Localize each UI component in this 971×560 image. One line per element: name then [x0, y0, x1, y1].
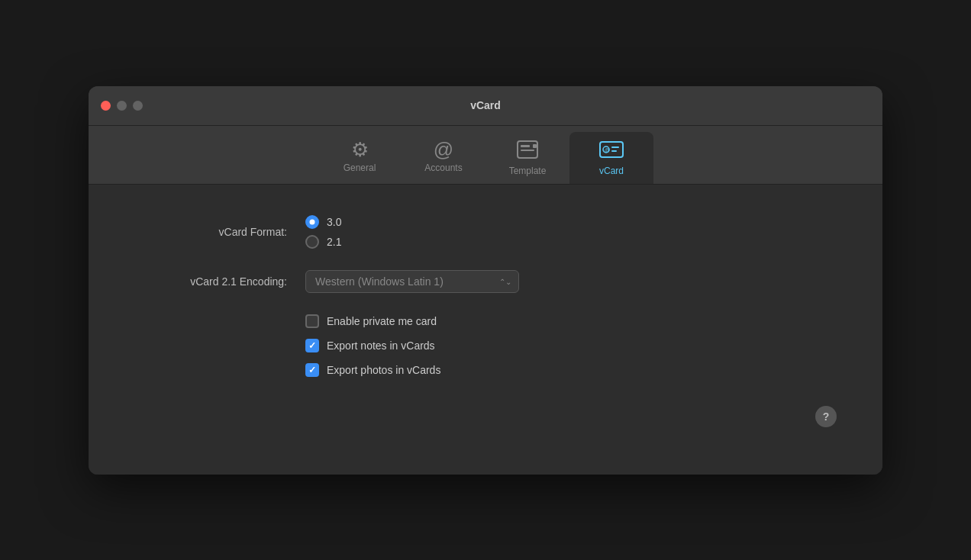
tab-vcard[interactable]: @ vCard [569, 132, 653, 184]
export-notes-label: Export notes in vCards [327, 340, 435, 352]
format-30-label: 3.0 [327, 216, 341, 228]
checkboxes-section: Enable private me card Export notes in v… [305, 314, 837, 377]
minimize-button[interactable] [117, 101, 127, 111]
format-radio-group: 3.0 2.1 [305, 215, 341, 249]
svg-rect-7 [611, 150, 617, 152]
main-window: vCard ⚙ General @ Accounts Template [89, 86, 882, 475]
format-30-radio[interactable] [305, 215, 319, 229]
window-title: vCard [470, 99, 501, 111]
svg-text:@: @ [605, 147, 610, 153]
gear-icon: ⚙ [351, 140, 369, 159]
private-me-card-checkbox[interactable] [305, 314, 319, 328]
form-section: vCard Format: 3.0 2.1 vCard 2.1 Encoding… [134, 215, 837, 427]
export-photos-item[interactable]: Export photos in vCards [305, 363, 837, 377]
format-30-option[interactable]: 3.0 [305, 215, 341, 229]
svg-rect-6 [611, 146, 619, 148]
tab-template[interactable]: Template [486, 132, 569, 184]
vcard-format-label: vCard Format: [134, 226, 287, 238]
export-photos-label: Export photos in vCards [327, 364, 440, 376]
vcard-format-row: vCard Format: 3.0 2.1 [134, 215, 837, 249]
encoding-select[interactable]: Western (Windows Latin 1) UTF-8 ISO Lati… [305, 270, 519, 293]
content-area: vCard Format: 3.0 2.1 vCard 2.1 Encoding… [89, 185, 882, 475]
svg-rect-3 [533, 144, 537, 148]
tab-accounts[interactable]: @ Accounts [402, 132, 486, 184]
toolbar: ⚙ General @ Accounts Template [89, 126, 882, 185]
help-area: ? [134, 406, 837, 427]
encoding-dropdown-wrapper: Western (Windows Latin 1) UTF-8 ISO Lati… [305, 270, 519, 293]
close-button[interactable] [101, 101, 111, 111]
encoding-row: vCard 2.1 Encoding: Western (Windows Lat… [134, 270, 837, 293]
tab-general[interactable]: ⚙ General [318, 132, 402, 184]
format-21-option[interactable]: 2.1 [305, 235, 341, 249]
tab-accounts-label: Accounts [424, 163, 462, 173]
private-me-card-item[interactable]: Enable private me card [305, 314, 837, 328]
tab-vcard-label: vCard [599, 166, 624, 176]
svg-rect-2 [521, 150, 534, 151]
help-button[interactable]: ? [815, 406, 837, 427]
tab-template-label: Template [509, 166, 547, 176]
private-me-card-label: Enable private me card [327, 315, 437, 327]
export-photos-checkbox[interactable] [305, 363, 319, 377]
title-bar: vCard [89, 86, 882, 126]
template-icon [516, 140, 539, 163]
export-notes-checkbox[interactable] [305, 339, 319, 352]
vcard-icon: @ [598, 140, 624, 163]
maximize-button[interactable] [133, 101, 143, 111]
tab-general-label: General [344, 163, 376, 173]
format-21-radio[interactable] [305, 235, 319, 249]
svg-rect-1 [521, 145, 530, 147]
export-notes-item[interactable]: Export notes in vCards [305, 339, 837, 352]
encoding-label: vCard 2.1 Encoding: [134, 275, 287, 288]
traffic-lights [101, 101, 143, 111]
format-21-label: 2.1 [327, 236, 341, 248]
at-icon: @ [434, 140, 453, 159]
